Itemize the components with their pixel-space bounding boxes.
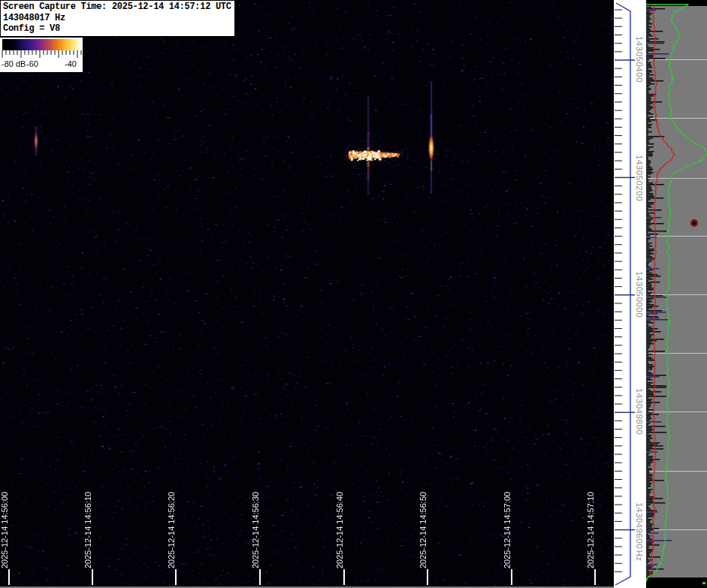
time-tick: [259, 569, 261, 585]
time-label: 2025-12-14 14:57:10: [586, 492, 595, 568]
time-label: 2025-12-14 14:56:20: [167, 492, 176, 568]
frequency-label: 143050000: [635, 271, 644, 318]
colorbar-label-mid: -60: [26, 59, 38, 68]
spectrum-panel-canvas: [646, 0, 707, 588]
time-label: 2025-12-14 14:57:00: [503, 492, 512, 568]
center-frequency-text: 143048017 Hz: [3, 13, 232, 24]
time-label: 2025-12-14 14:56:00: [0, 492, 9, 568]
time-label: 2025-12-14 14:56:40: [335, 492, 344, 568]
frequency-unit-label: Hz: [635, 550, 644, 561]
frequency-label: 143050400: [635, 36, 644, 83]
colorbar-legend: -80 dB -60 -40: [0, 38, 83, 72]
frequency-label: 143050200: [635, 155, 644, 201]
config-text: Config = V8: [3, 23, 232, 35]
frequency-label: 143049800: [635, 388, 644, 435]
time-tick: [8, 569, 10, 585]
colorbar-label-max: -40: [65, 59, 77, 68]
meteor-radar-spectrogram-app: Screen Capture Time: 2025-12-14 14:57:12…: [0, 0, 707, 588]
time-tick: [175, 569, 177, 585]
time-tick: [594, 569, 596, 585]
frequency-label: 143049600: [635, 502, 644, 549]
capture-time-text: Screen Capture Time: 2025-12-14 14:57:12…: [3, 2, 232, 13]
time-tick: [511, 569, 512, 585]
colorbar-gradient: [2, 39, 81, 50]
capture-info-box: Screen Capture Time: 2025-12-14 14:57:12…: [0, 0, 235, 37]
time-label: 2025-12-14 14:56:50: [418, 492, 428, 568]
colorbar-label-min: -80 dB: [2, 59, 26, 68]
time-tick: [343, 569, 345, 585]
time-tick: [92, 569, 93, 585]
time-label: 2025-12-14 14:56:10: [83, 492, 92, 568]
time-tick: [427, 569, 428, 585]
colorbar-ticks: [0, 50, 83, 59]
time-label: 2025-12-14 14:56:30: [251, 492, 260, 568]
